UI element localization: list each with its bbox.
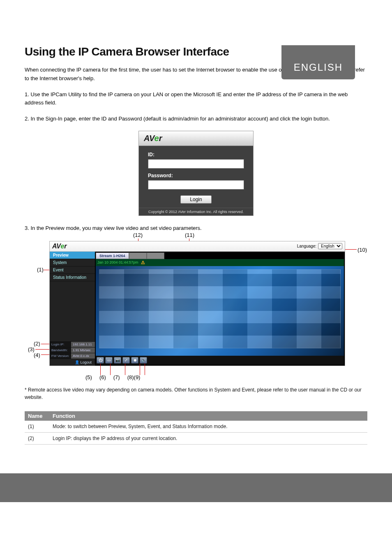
- td-name: (2): [25, 433, 49, 444]
- app-topbar: AVer Language: English: [50, 241, 345, 252]
- logo-part-av: AV: [52, 243, 60, 250]
- fw-version-row: FW Version: AVer.0.x.dx: [50, 353, 95, 359]
- tab-stream-3[interactable]: [147, 253, 164, 259]
- fw-label: FW Version:: [50, 353, 71, 359]
- annotated-interface-figure: (12) (11) (10) (1) (2) (3) (4) AVer Lang…: [49, 241, 345, 366]
- step-2: 2. In the Sign-In page, enter the ID and…: [25, 115, 367, 123]
- zoom-icon[interactable]: ⤢: [122, 357, 130, 364]
- password-input[interactable]: [148, 180, 244, 190]
- main-panel: Stream 1-H264 Jan 10 2004 01:44:57pm ⚠ ⏻…: [95, 252, 345, 366]
- annot-10: (10): [357, 247, 367, 253]
- step-1-text: Use the IPCam Utility to find the IP cam…: [25, 91, 348, 106]
- language-selector: Language: English: [297, 243, 342, 249]
- sidebar-item-event[interactable]: Event: [50, 266, 95, 274]
- stream-tabs: Stream 1-H264: [96, 253, 344, 259]
- logout-label: Logout: [80, 360, 92, 364]
- step-2-text: In the Sign-In page, enter the ID and Pa…: [30, 116, 330, 122]
- logo-part-r: r: [159, 134, 162, 143]
- bandwidth-value: 1.91 Mb/sec: [71, 348, 95, 353]
- step-1: 1. Use the IPCam Utility to find the IP …: [25, 90, 367, 108]
- td-function: Login IP: displays the IP address of you…: [49, 433, 367, 444]
- logo-part-av: AV: [144, 134, 154, 143]
- sidebar: Preview System Event Status Information …: [50, 252, 95, 366]
- login-window: AVer ID: Password: Login Copyright © 201…: [138, 131, 254, 216]
- sidebar-item-system[interactable]: System: [50, 259, 95, 266]
- fw-value: AVer.0.x.dx: [71, 353, 95, 359]
- password-label: Password:: [148, 173, 244, 178]
- sidebar-info: Login IP: 192.168.1.11 Bandwidth: 1.91 M…: [50, 341, 95, 366]
- timestamp-bar: Jan 10 2004 01:44:57pm ⚠: [96, 259, 344, 266]
- function-table: Name Function (1) Mode: to switch betwee…: [25, 411, 367, 445]
- login-ip-value: 192.168.1.11: [71, 342, 95, 347]
- annot-8-9: (8)(9): [127, 374, 141, 380]
- annot-4: (4): [34, 352, 40, 358]
- nav: Preview System Event Status Information: [50, 252, 95, 281]
- id-label: ID:: [148, 152, 244, 158]
- annot-11: (11): [185, 232, 194, 238]
- login-ip-label: Login IP:: [50, 342, 71, 347]
- annot-2: (2): [34, 341, 40, 347]
- table-row: (1) Mode: to switch between Preview, Sys…: [25, 421, 367, 433]
- annot-line: [125, 364, 125, 375]
- audio-icon[interactable]: 🔊: [140, 357, 147, 364]
- record-icon[interactable]: ⏺: [131, 357, 138, 364]
- annot-line: [145, 364, 145, 375]
- table-row: (2) Login IP: displays the IP address of…: [25, 433, 367, 445]
- step-3-num: 3.: [25, 225, 30, 231]
- table-header: Name Function: [25, 411, 367, 421]
- logout-button[interactable]: 👤 Logout: [50, 359, 95, 366]
- tab-stream-1[interactable]: Stream 1-H264: [96, 253, 129, 259]
- step-2-num: 2.: [25, 116, 30, 122]
- power-icon[interactable]: ⏻: [97, 357, 104, 364]
- logo-part-e: e: [154, 134, 159, 143]
- annot-7: (7): [113, 374, 120, 380]
- sidebar-item-status[interactable]: Status Information: [50, 274, 95, 281]
- annot-3: (3): [28, 346, 35, 352]
- language-tab: ENGLISH: [281, 45, 355, 79]
- annot-5: (5): [85, 374, 92, 380]
- annot-6: (6): [99, 374, 106, 380]
- td-name: (1): [25, 421, 49, 432]
- login-ip-row: Login IP: 192.168.1.11: [50, 341, 95, 347]
- timestamp-text: Jan 10 2004 01:44:57pm: [97, 260, 138, 264]
- th-name: Name: [25, 411, 49, 421]
- aver-logo: AVer: [52, 243, 67, 250]
- annot-12: (12): [133, 232, 143, 238]
- disclaimer-note: * Remote access live video may vary depe…: [25, 386, 367, 401]
- login-button[interactable]: Login: [180, 195, 211, 204]
- id-input[interactable]: [148, 159, 244, 169]
- annot-line: [140, 364, 140, 375]
- snapshot-icon[interactable]: 📷: [114, 357, 121, 364]
- login-copyright: Copyright © 2012 AVer Information Inc. A…: [139, 208, 253, 215]
- annot-1: (1): [37, 266, 44, 273]
- video-toolbar: ⏻ ▭ 📷 ⤢ ⏺ 🔊: [96, 356, 344, 365]
- step-1-num: 1.: [25, 91, 30, 97]
- sidebar-item-preview[interactable]: Preview: [50, 252, 95, 259]
- bandwidth-label: Bandwidth:: [50, 348, 71, 353]
- bandwidth-row: Bandwidth: 1.91 Mb/sec: [50, 347, 95, 353]
- bottom-annotations: (5) (6) (7) (8)(9): [85, 374, 367, 380]
- login-header: AVer: [139, 131, 253, 146]
- ratio-icon[interactable]: ▭: [105, 357, 113, 364]
- step-3: 3. In the Preview mode, you may view liv…: [25, 224, 367, 233]
- app-window: AVer Language: English Preview System Ev…: [49, 241, 345, 366]
- language-label: Language:: [297, 244, 316, 248]
- annot-line: [110, 364, 111, 375]
- logo-part-r: r: [64, 243, 67, 250]
- th-function: Function: [49, 411, 367, 421]
- page-footer: [0, 473, 392, 502]
- td-function: Mode: to switch between Preview, System,…: [49, 421, 367, 432]
- tab-stream-2[interactable]: [129, 253, 147, 259]
- annot-line: [100, 364, 101, 375]
- step-3-text: In the Preview mode, you may view live v…: [30, 225, 201, 231]
- logout-icon: 👤: [75, 360, 79, 364]
- language-dropdown[interactable]: English: [318, 243, 342, 249]
- video-preview: [96, 266, 344, 356]
- login-body: ID: Password: Login: [139, 146, 253, 208]
- aver-logo: AVer: [144, 134, 162, 143]
- warning-icon: ⚠: [141, 260, 145, 265]
